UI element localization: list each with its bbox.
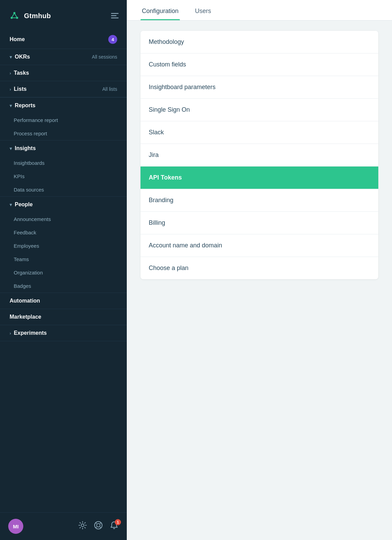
reports-left: ▾ Reports bbox=[10, 102, 35, 109]
sidebar-item-announcements[interactable]: Announcements bbox=[0, 212, 127, 226]
config-item-slack[interactable]: Slack bbox=[140, 121, 378, 144]
footer-icons: 1 bbox=[78, 521, 119, 532]
config-item-api-tokens[interactable]: API Tokens bbox=[140, 167, 378, 189]
notification-icon[interactable]: 1 bbox=[110, 521, 119, 532]
config-item-billing[interactable]: Billing bbox=[140, 212, 378, 234]
sidebar-item-kpis[interactable]: KPIs bbox=[0, 170, 127, 183]
sidebar-item-tasks[interactable]: › Tasks bbox=[0, 65, 127, 81]
svg-line-4 bbox=[14, 13, 17, 18]
sidebar-item-tasks-label: Tasks bbox=[14, 70, 29, 76]
sidebar-nav: Home 4 ▾ OKRs All sessions › Tasks › Lis… bbox=[0, 30, 127, 512]
help-icon[interactable] bbox=[94, 521, 103, 532]
sidebar-item-insightboards[interactable]: Insightboards bbox=[0, 156, 127, 170]
svg-line-14 bbox=[100, 523, 101, 524]
sidebar-item-performance-report[interactable]: Performance report bbox=[0, 113, 127, 127]
sidebar-item-badges[interactable]: Badges bbox=[0, 279, 127, 293]
notification-badge: 1 bbox=[115, 519, 121, 525]
sidebar-item-home-label: Home bbox=[10, 36, 25, 42]
config-item-branding[interactable]: Branding bbox=[140, 189, 378, 212]
sidebar-item-employees[interactable]: Employees bbox=[0, 239, 127, 253]
insights-left: ▾ Insights bbox=[10, 145, 36, 151]
svg-rect-7 bbox=[111, 15, 117, 16]
svg-point-11 bbox=[97, 524, 100, 527]
sidebar-item-people[interactable]: ▾ People bbox=[0, 197, 127, 212]
svg-line-15 bbox=[96, 527, 97, 528]
svg-rect-8 bbox=[111, 17, 119, 19]
sidebar-item-okrs-label: OKRs bbox=[15, 54, 30, 60]
experiments-left: › Experiments bbox=[10, 330, 47, 336]
config-list-wrapper: Methodology Custom fields Insightboard p… bbox=[140, 31, 378, 279]
reports-chevron-down-icon: ▾ bbox=[10, 103, 12, 108]
okrs-left: ▾ OKRs bbox=[10, 54, 30, 60]
sidebar-item-lists[interactable]: › Lists All lists bbox=[0, 81, 127, 97]
lists-left: › Lists bbox=[10, 86, 27, 92]
sidebar-item-experiments-label: Experiments bbox=[14, 330, 47, 336]
svg-point-9 bbox=[81, 524, 84, 527]
tasks-left: › Tasks bbox=[10, 70, 29, 76]
sidebar-item-lists-label: Lists bbox=[14, 86, 26, 92]
config-item-custom-fields[interactable]: Custom fields bbox=[140, 53, 378, 76]
okrs-chevron-down-icon: ▾ bbox=[10, 54, 12, 60]
people-chevron-down-icon: ▾ bbox=[10, 202, 12, 207]
sidebar-item-home[interactable]: Home 4 bbox=[0, 30, 127, 49]
svg-line-13 bbox=[100, 527, 101, 528]
lists-chevron-right-icon: › bbox=[10, 87, 11, 92]
insights-chevron-down-icon: ▾ bbox=[10, 146, 12, 151]
sidebar-item-feedback[interactable]: Feedback bbox=[0, 226, 127, 239]
svg-rect-6 bbox=[111, 13, 119, 14]
sidebar-item-marketplace-label: Marketplace bbox=[10, 314, 41, 320]
sidebar-item-marketplace[interactable]: Marketplace bbox=[0, 309, 127, 325]
sidebar-item-process-report[interactable]: Process report bbox=[0, 127, 127, 140]
people-left: ▾ People bbox=[10, 201, 33, 208]
config-item-account-name-domain[interactable]: Account name and domain bbox=[140, 234, 378, 257]
config-panel: Methodology Custom fields Insightboard p… bbox=[127, 21, 392, 286]
sidebar-item-automation[interactable]: Automation bbox=[0, 293, 127, 309]
people-sub-nav: Announcements Feedback Employees Teams O… bbox=[0, 212, 127, 293]
main-content: Configuration Users Methodology Custom f… bbox=[127, 0, 392, 540]
sidebar-item-experiments[interactable]: › Experiments bbox=[0, 325, 127, 341]
lists-secondary-label: All lists bbox=[102, 86, 117, 92]
sidebar-item-teams[interactable]: Teams bbox=[0, 253, 127, 266]
home-badge: 4 bbox=[108, 35, 117, 44]
config-item-insightboard-parameters[interactable]: Insightboard parameters bbox=[140, 76, 378, 99]
tab-configuration[interactable]: Configuration bbox=[140, 0, 180, 20]
sidebar-toggle-button[interactable] bbox=[111, 13, 119, 19]
sidebar-item-insights[interactable]: ▾ Insights bbox=[0, 140, 127, 156]
sidebar-header: Gtmhub bbox=[0, 0, 127, 30]
sidebar-footer: MI 1 bbox=[0, 512, 127, 540]
sidebar-item-people-label: People bbox=[15, 201, 33, 208]
reports-sub-nav: Performance report Process report bbox=[0, 113, 127, 140]
svg-line-3 bbox=[12, 13, 14, 18]
sidebar-item-data-sources[interactable]: Data sources bbox=[0, 183, 127, 196]
insights-sub-nav: Insightboards KPIs Data sources bbox=[0, 156, 127, 196]
svg-line-12 bbox=[96, 523, 97, 524]
logo-area: Gtmhub bbox=[8, 10, 51, 22]
sidebar: Gtmhub Home 4 ▾ OKRs All sessions bbox=[0, 0, 127, 540]
config-item-single-sign-on[interactable]: Single Sign On bbox=[140, 99, 378, 121]
sidebar-item-okrs[interactable]: ▾ OKRs All sessions bbox=[0, 49, 127, 65]
config-item-methodology[interactable]: Methodology bbox=[140, 31, 378, 53]
sidebar-item-organization[interactable]: Organization bbox=[0, 266, 127, 279]
okrs-secondary-label: All sessions bbox=[92, 54, 117, 60]
tasks-chevron-right-icon: › bbox=[10, 71, 11, 76]
experiments-chevron-right-icon: › bbox=[10, 331, 11, 336]
sidebar-item-automation-label: Automation bbox=[10, 298, 40, 304]
sidebar-item-reports[interactable]: ▾ Reports bbox=[0, 98, 127, 113]
sidebar-item-reports-label: Reports bbox=[15, 102, 35, 109]
tabs-bar: Configuration Users bbox=[127, 0, 392, 21]
logo-text: Gtmhub bbox=[24, 12, 51, 20]
tab-users[interactable]: Users bbox=[194, 0, 212, 20]
sidebar-item-insights-label: Insights bbox=[15, 145, 36, 151]
user-avatar[interactable]: MI bbox=[8, 519, 23, 534]
config-item-jira[interactable]: Jira bbox=[140, 144, 378, 167]
config-item-choose-plan[interactable]: Choose a plan bbox=[140, 257, 378, 279]
settings-icon[interactable] bbox=[78, 521, 87, 532]
gtmhub-logo-icon bbox=[8, 10, 21, 22]
